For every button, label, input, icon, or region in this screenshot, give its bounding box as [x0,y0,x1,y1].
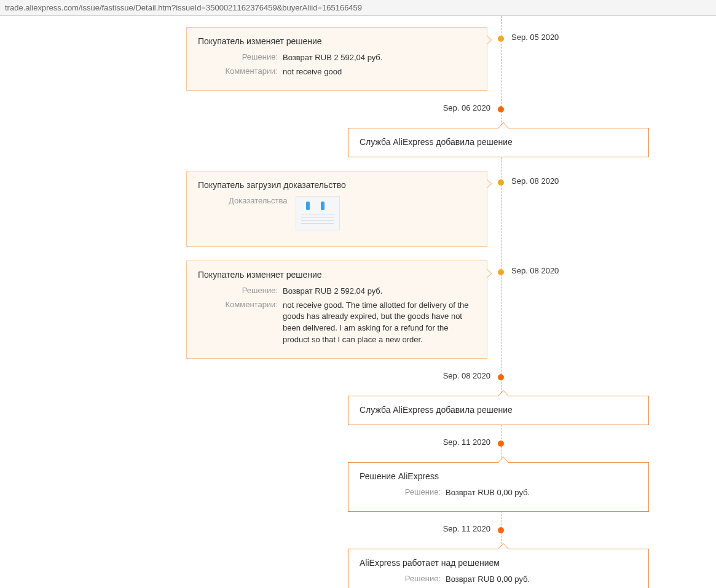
aliexpress-event-card[interactable]: Служба AliExpress добавила решение [348,128,649,157]
timeline-row: Sep. 08 2020 Покупатель изменяет решение… [12,261,664,359]
timeline-dot-icon [498,106,504,112]
timeline-row: Sep. 11 2020 AliExpress работает над реш… [12,525,664,588]
decision-value: Возврат RUB 2 592,04 руб. [283,286,476,297]
page: Sep. 05 2020 Покупатель изменяет решение… [0,16,716,588]
card-pointer-icon [487,269,492,278]
event-date: Sep. 11 2020 [443,524,490,533]
event-date: Sep. 08 2020 [443,371,490,380]
comments-label: Комментарии: [198,300,283,346]
decision-value: Возврат RUB 0,00 руб. [446,574,637,586]
event-title: Служба AliExpress добавила решение [360,137,637,147]
timeline-dot-icon [498,179,504,186]
card-pointer-icon [498,457,509,463]
timeline-dot-icon [498,269,504,275]
card-pointer-icon [498,390,509,396]
card-pointer-icon [498,543,509,549]
aliexpress-event-card[interactable]: Служба AliExpress добавила решение [348,396,649,425]
evidence-thumbnail[interactable] [296,196,340,230]
timeline-dot-icon [498,441,504,447]
comments-label: Комментарии: [198,66,283,78]
timeline-row: Sep. 06 2020 Служба AliExpress добавила … [12,104,664,157]
buyer-event-card[interactable]: Покупатель изменяет решение Решение: Воз… [186,261,487,359]
timeline-row: Sep. 08 2020 Покупатель загрузил доказат… [12,171,664,247]
decision-label: Решение: [360,487,446,499]
buyer-event-card[interactable]: Покупатель загрузил доказательство Доказ… [186,171,487,247]
decision-value: Возврат RUB 0,00 руб. [446,487,637,499]
timeline-row: Sep. 08 2020 Служба AliExpress добавила … [12,372,664,425]
address-bar[interactable]: trade.aliexpress.com/issue/fastissue/Det… [0,0,716,16]
timeline-row: Sep. 11 2020 Решение AliExpress Решение:… [12,439,664,512]
event-title: Служба AliExpress добавила решение [360,405,637,415]
event-date: Sep. 05 2020 [511,33,559,42]
timeline-row: Sep. 05 2020 Покупатель изменяет решение… [12,27,664,91]
event-date: Sep. 08 2020 [511,266,559,275]
url-text: trade.aliexpress.com/issue/fastissue/Det… [5,3,362,12]
buyer-event-card[interactable]: Покупатель изменяет решение Решение: Воз… [186,27,487,91]
event-date: Sep. 11 2020 [443,437,490,447]
timeline-dot-icon [498,527,504,533]
event-title: Покупатель загрузил доказательство [198,180,476,190]
evidence-label: Доказательства [229,196,288,205]
timeline: Sep. 05 2020 Покупатель изменяет решение… [12,16,664,588]
decision-label: Решение: [198,286,283,297]
comments-value: not receive good [283,66,476,78]
event-title: Покупатель изменяет решение [198,270,476,280]
timeline-dot-icon [498,374,504,380]
event-date: Sep. 06 2020 [443,103,490,112]
aliexpress-event-card[interactable]: AliExpress работает над решением Решение… [348,549,649,588]
comments-value: not receive good. The time allotted for … [283,300,476,346]
decision-label: Решение: [360,574,446,586]
event-date: Sep. 08 2020 [511,176,559,186]
card-pointer-icon [487,179,492,189]
event-title: AliExpress работает над решением [360,558,637,568]
decision-value: Возврат RUB 2 592,04 руб. [283,52,476,64]
event-title: Покупатель изменяет решение [198,36,476,46]
timeline-dot-icon [498,36,504,42]
aliexpress-event-card[interactable]: Решение AliExpress Решение: Возврат RUB … [348,462,649,512]
decision-label: Решение: [198,52,283,64]
card-pointer-icon [498,122,509,128]
card-pointer-icon [487,35,492,45]
event-title: Решение AliExpress [360,471,637,481]
